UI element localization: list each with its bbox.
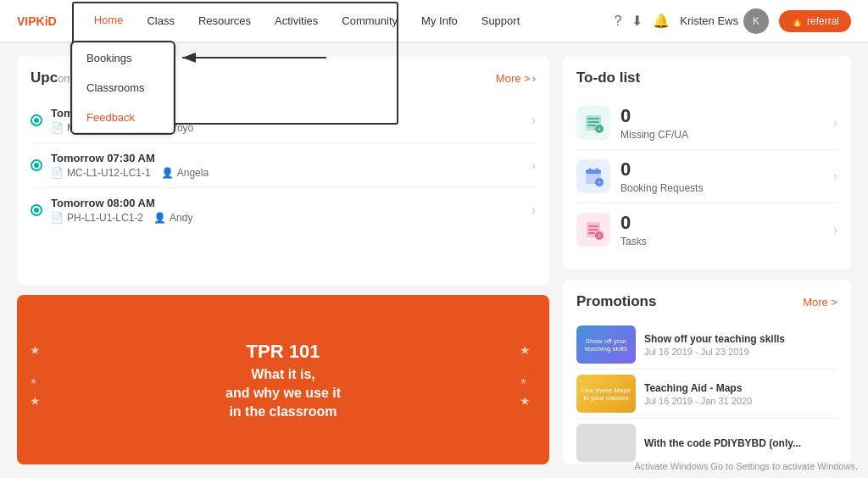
right-column: To-do list + 0 Missing CF/UA — [563, 56, 851, 464]
nav-class[interactable]: Class — [135, 0, 186, 42]
main-nav: Home Class Resources Activities Communit… — [82, 0, 615, 42]
nav-resources[interactable]: Resources — [186, 0, 263, 42]
promo-item[interactable]: With the code PDIYBYBD (only... — [576, 419, 837, 464]
dropdown-bookings[interactable]: Bookings — [73, 43, 173, 73]
svg-rect-22 — [588, 229, 598, 231]
user-icon: 👤 — [161, 167, 174, 179]
logo: VIP KiD — [17, 14, 57, 28]
class-chevron-icon[interactable]: › — [531, 203, 536, 218]
todo-count-tasks: 0 — [620, 212, 823, 234]
class-info: Tomorrow 08:00 AM 📄 PH-L1-U1-LC1-2 👤 And… — [51, 197, 523, 224]
class-course: 📄 PH-L1-U1-LC1-2 — [51, 212, 143, 224]
user-menu[interactable]: Kristen Ews K — [680, 8, 769, 34]
avatar: K — [743, 8, 769, 34]
status-dot — [31, 114, 42, 126]
promo-title-line4: in the classroom — [225, 404, 341, 420]
promo-thumb — [576, 424, 636, 462]
dropdown-feedback[interactable]: Feedback — [73, 103, 173, 132]
promo-item[interactable]: Show off your teaching skills Show off y… — [576, 320, 837, 370]
promo-name: Show off your teaching skills — [644, 333, 837, 345]
promo-date: Jul 16 2019 - Jul 23 2019 — [644, 347, 837, 357]
nav-home[interactable]: Home — [82, 0, 136, 42]
promo-title-line1: TPR 101 — [225, 340, 341, 364]
svg-text:★: ★ — [30, 394, 41, 408]
todo-label-booking: Booking Requests — [620, 182, 823, 194]
todo-info-booking: 0 Booking Requests — [620, 158, 823, 194]
user-name: Kristen Ews — [680, 14, 738, 27]
todo-item-booking[interactable]: + 0 Booking Requests › — [576, 150, 837, 203]
todo-icon-cf: + — [576, 106, 610, 140]
referral-button[interactable]: 🔥 referral — [779, 10, 851, 32]
svg-text:★: ★ — [520, 376, 527, 386]
status-dot — [31, 159, 42, 171]
svg-rect-17 — [596, 168, 598, 171]
todo-info-cf: 0 Missing CF/UA — [620, 105, 823, 141]
promo-banner[interactable]: TPR 101 What it is, and why we use it in… — [17, 295, 549, 464]
book-icon: 📄 — [51, 212, 64, 224]
svg-rect-23 — [588, 232, 595, 234]
header-right: ? ⬇ 🔔 Kristen Ews K 🔥 referral — [614, 8, 851, 34]
logo-kid: KiD — [36, 14, 57, 28]
promo-text: TPR 101 What it is, and why we use it in… — [212, 326, 354, 434]
todo-count-booking: 0 — [620, 158, 823, 181]
svg-text:+: + — [598, 126, 601, 132]
upcoming-more-link[interactable]: More > › — [496, 72, 536, 85]
promotions-header: Promotions More > — [576, 293, 837, 310]
class-time: Tomorrow 08:00 AM — [51, 197, 523, 209]
todo-chevron-icon[interactable]: › — [833, 169, 837, 184]
nav-myinfo[interactable]: My Info — [409, 0, 470, 42]
svg-rect-9 — [587, 118, 599, 119]
stars-decoration-right: ★ ★ ★ — [515, 337, 541, 422]
nav-support[interactable]: Support — [470, 0, 532, 42]
todo-icon-tasks: + — [576, 213, 610, 247]
class-item[interactable]: Tomorrow 07:30 AM 📄 MC-L1-U12-LC1-1 👤 An… — [31, 143, 536, 188]
svg-rect-15 — [586, 170, 601, 174]
promo-item[interactable]: Use these Maps in your classes Teaching … — [576, 370, 837, 419]
svg-rect-11 — [587, 125, 596, 126]
class-chevron-icon[interactable]: › — [531, 113, 536, 128]
svg-rect-21 — [588, 225, 598, 227]
class-dropdown: Bookings Classrooms Feedback — [72, 42, 174, 133]
header: VIP KiD Home Class Resources Activities … — [0, 0, 868, 42]
dropdown-classrooms[interactable]: Classrooms — [73, 73, 173, 103]
promo-title-line2: What it is, — [225, 367, 341, 382]
todo-item-tasks[interactable]: + 0 Tasks › — [576, 203, 837, 256]
todo-list-section: To-do list + 0 Missing CF/UA — [563, 56, 851, 270]
bell-icon[interactable]: 🔔 — [653, 13, 670, 29]
svg-text:+: + — [598, 180, 601, 186]
class-student: 👤 Andy — [153, 212, 192, 224]
referral-fire-icon: 🔥 — [791, 15, 804, 27]
logo-vip: VIP — [17, 14, 36, 28]
svg-rect-16 — [589, 168, 591, 171]
class-item[interactable]: Tomorrow 08:00 AM 📄 PH-L1-U1-LC1-2 👤 And… — [31, 188, 536, 232]
todo-title: To-do list — [576, 69, 837, 86]
question-icon[interactable]: ? — [614, 14, 621, 29]
promo-name: With the code PDIYBYBD (only... — [644, 437, 837, 449]
todo-item-cf[interactable]: + 0 Missing CF/UA › — [576, 97, 837, 150]
download-icon[interactable]: ⬇ — [632, 13, 643, 29]
user-icon: 👤 — [153, 212, 166, 224]
todo-info-tasks: 0 Tasks — [620, 212, 823, 247]
promotions-title: Promotions — [576, 293, 656, 310]
class-info: Tomorrow 07:30 AM 📄 MC-L1-U12-LC1-1 👤 An… — [51, 152, 523, 179]
class-chevron-icon[interactable]: › — [531, 158, 536, 173]
referral-label: referral — [807, 15, 839, 27]
checklist-icon: + — [583, 113, 604, 133]
todo-chevron-icon[interactable]: › — [833, 115, 837, 131]
promo-thumb: Use these Maps in your classes — [576, 375, 636, 413]
class-student: 👤 Angela — [161, 167, 209, 179]
stars-decoration: ★ ★ ★ — [25, 337, 51, 422]
class-time: Tomorrow 07:30 AM — [51, 152, 523, 164]
nav-community[interactable]: Community — [330, 0, 409, 42]
promotions-more-link[interactable]: More > — [803, 296, 837, 308]
todo-label-tasks: Tasks — [620, 236, 823, 247]
svg-text:★: ★ — [30, 343, 41, 357]
nav-activities[interactable]: Activities — [263, 0, 330, 42]
svg-text:★: ★ — [520, 394, 531, 408]
todo-chevron-icon[interactable]: › — [833, 222, 837, 237]
book-icon: 📄 — [51, 167, 64, 179]
promo-details: Show off your teaching skills Jul 16 201… — [644, 333, 837, 357]
promotions-section: Promotions More > Show off your teaching… — [563, 280, 851, 464]
svg-text:+: + — [598, 233, 601, 239]
promo-details: With the code PDIYBYBD (only... — [644, 437, 837, 449]
